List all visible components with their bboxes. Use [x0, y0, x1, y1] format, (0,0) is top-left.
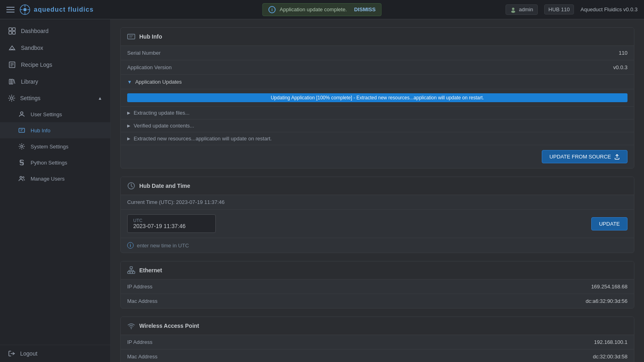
wireless-mac-label: Mac Address	[127, 354, 157, 360]
settings-label: Settings	[20, 95, 41, 101]
python-settings-icon	[18, 158, 26, 167]
app-updates-header[interactable]: ▼ Application Updates	[121, 75, 634, 89]
logout-item[interactable]: Logout	[0, 345, 110, 362]
sidebar-item-manage-users[interactable]: Manage Users	[0, 171, 110, 187]
svg-rect-10	[9, 31, 12, 34]
wireless-card-header: Wireless Access Point	[121, 317, 634, 335]
svg-rect-11	[12, 31, 15, 34]
admin-name: admin	[519, 6, 533, 12]
app-version-row: Application Version v0.0.3	[121, 60, 634, 75]
sidebar-item-recipe-logs[interactable]: Recipe Logs	[0, 56, 110, 73]
hub-datetime-header: Hub Date and Time	[121, 177, 634, 195]
sidebar-item-settings[interactable]: Settings ▲	[0, 90, 110, 106]
topbar-right: admin HUB 110 Aqueduct Fluidics v0.0.3	[506, 4, 638, 15]
svg-rect-36	[130, 272, 132, 274]
logo: aqueduct fluidics	[19, 4, 94, 15]
hint-text: enter new time in UTC	[137, 243, 189, 249]
collapse-icon: ▼	[127, 79, 132, 85]
hamburger-button[interactable]	[6, 7, 14, 12]
wireless-ip-row: IP Address 192.168.100.1	[121, 335, 634, 350]
svg-rect-33	[130, 267, 132, 269]
sidebar-item-sandbox[interactable]: Sandbox	[0, 39, 110, 56]
library-icon	[8, 78, 16, 86]
sidebar-item-system-settings[interactable]: System Settings	[0, 138, 110, 154]
ethernet-card: Ethernet IP Address 169.254.168.68 Mac A…	[120, 261, 634, 309]
notification-bar: i Application update complete. DISMISS	[262, 3, 382, 16]
hub-datetime-title: Hub Date and Time	[139, 183, 190, 189]
logout-icon	[8, 350, 15, 357]
sidebar-item-library[interactable]: Library	[0, 73, 110, 90]
hub-info-title: Hub Info	[139, 33, 162, 40]
wireless-mac-row: Mac Address dc:32:00:3d:58	[121, 350, 634, 362]
upload-icon	[614, 154, 620, 160]
hub-badge: HUB 110	[544, 4, 574, 14]
sidebar-item-dashboard[interactable]: Dashboard	[0, 23, 110, 39]
update-actions: UPDATE FROM SOURCE	[121, 145, 634, 168]
serial-number-row: Serial Number 110	[121, 46, 634, 60]
ethernet-card-header: Ethernet	[121, 261, 634, 280]
user-settings-icon	[18, 110, 26, 118]
hub-info-label: Hub Info	[31, 128, 50, 134]
topbar: aqueduct fluidics i Application update c…	[0, 0, 644, 19]
progress-bar: Updating Application [100% complete] - E…	[127, 93, 627, 102]
user-settings-label: User Settings	[31, 111, 62, 117]
log-item-1[interactable]: ▶ Extracting update files...	[121, 107, 634, 119]
main-content: Hub Info Serial Number 110 Application V…	[111, 19, 644, 362]
time-value: 2023-07-19 11:37:46	[133, 223, 210, 229]
svg-rect-17	[11, 79, 13, 84]
wireless-ip-label: IP Address	[127, 339, 153, 345]
hub-info-header-icon	[127, 33, 135, 41]
dismiss-button[interactable]: DISMISS	[354, 6, 376, 12]
sidebar-nav: Dashboard Sandbox	[0, 19, 110, 345]
log-item-3[interactable]: ▶ Extracted new resources...application …	[121, 132, 634, 145]
admin-badge: admin	[506, 4, 537, 15]
notification-message: Application update complete.	[280, 6, 347, 12]
svg-rect-29	[128, 34, 135, 39]
sidebar-item-hub-info[interactable]: Hub Info	[0, 122, 110, 138]
svg-point-24	[21, 160, 22, 161]
ethernet-ip-value: 169.254.168.68	[591, 284, 627, 290]
wireless-ip-value: 192.168.100.1	[594, 339, 627, 345]
svg-point-27	[23, 177, 24, 178]
svg-rect-20	[19, 128, 25, 132]
ethernet-header-icon	[127, 266, 135, 274]
system-settings-label: System Settings	[31, 144, 68, 150]
svg-point-7	[511, 10, 515, 13]
log-text-2: Verified update contents...	[134, 123, 194, 129]
svg-point-25	[22, 164, 23, 165]
recipe-logs-label: Recipe Logs	[21, 62, 52, 68]
wireless-title: Wireless Access Point	[139, 323, 199, 329]
logo-icon	[19, 4, 31, 15]
clock-header-icon	[127, 182, 135, 190]
main-layout: Dashboard Sandbox	[0, 19, 644, 362]
svg-point-1	[23, 8, 27, 11]
manage-users-icon	[18, 175, 26, 183]
settings-subnav: User Settings Hub Info	[0, 106, 110, 187]
svg-point-18	[10, 97, 13, 99]
ethernet-mac-label: Mac Address	[127, 298, 157, 304]
svg-rect-9	[12, 28, 15, 31]
log-chevron-1: ▶	[127, 111, 130, 115]
dashboard-label: Dashboard	[21, 28, 49, 34]
logout-label: Logout	[20, 350, 37, 357]
settings-icon	[8, 95, 15, 102]
current-time-label: Current Time (UTC): 2023-07-19 11:37:46	[127, 199, 225, 205]
time-input-box[interactable]: UTC 2023-07-19 11:37:46	[127, 214, 216, 233]
progress-text: Updating Application [100% complete] - E…	[271, 95, 484, 101]
log-text-3: Extracted new resources...application wi…	[134, 136, 272, 142]
hint-info-icon: i	[127, 242, 134, 249]
svg-point-19	[21, 112, 23, 114]
update-from-source-button[interactable]: UPDATE FROM SOURCE	[542, 150, 627, 163]
ethernet-mac-value: dc:a6:32:90:3d:56	[586, 298, 627, 304]
sidebar: Dashboard Sandbox	[0, 19, 111, 362]
sidebar-item-python-settings[interactable]: Python Settings	[0, 154, 110, 171]
time-update-button[interactable]: UPDATE	[591, 217, 627, 230]
log-item-2[interactable]: ▶ Verified update contents...	[121, 119, 634, 132]
svg-rect-35	[132, 272, 135, 274]
logo-text: aqueduct fluidics	[34, 6, 94, 13]
system-settings-icon	[18, 142, 26, 150]
ethernet-mac-row: Mac Address dc:a6:32:90:3d:56	[121, 294, 634, 308]
topbar-left: aqueduct fluidics	[6, 4, 94, 15]
timezone-label: UTC	[133, 218, 210, 223]
sidebar-item-user-settings[interactable]: User Settings	[0, 106, 110, 122]
